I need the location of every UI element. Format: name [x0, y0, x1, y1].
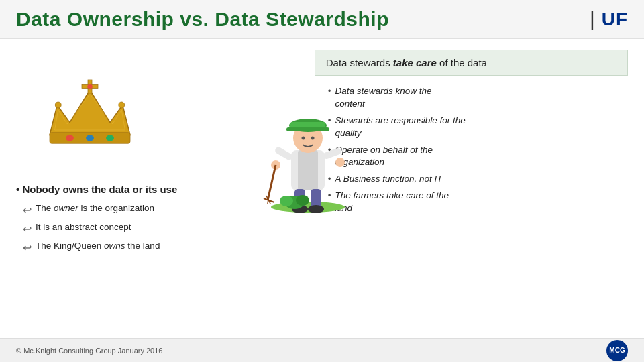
right-bullet-4: • A Business function, not IT: [328, 173, 628, 186]
right-bullet-5: • The farmers take care of theland: [328, 190, 628, 215]
svg-rect-18: [274, 146, 293, 162]
sub-bullet-2-text: It is an abstract concept: [36, 222, 131, 232]
svg-point-32: [296, 195, 309, 206]
svg-point-3: [106, 135, 114, 141]
sub-bullet-3: ↩ The King/Queen owns the land: [16, 241, 177, 254]
svg-point-17: [311, 137, 314, 140]
mcg-circle: MCG: [606, 340, 628, 361]
left-bullet-section: • Nobody owns the data or its use ↩ The …: [16, 184, 177, 259]
mcg-logo: MCG: [606, 340, 628, 361]
left-panel: • Nobody owns the data or its use ↩ The …: [16, 50, 301, 319]
footer-copyright: © Mc.Knight Consulting Group January 201…: [16, 347, 162, 355]
svg-rect-11: [298, 150, 318, 190]
gardener-container: [261, 90, 368, 224]
svg-point-8: [119, 102, 125, 108]
svg-point-21: [335, 158, 345, 167]
svg-point-2: [86, 135, 94, 141]
right-header-box: Data stewards take care of the data: [315, 50, 628, 76]
spiral-icon-3: ↩: [23, 241, 32, 254]
svg-point-7: [55, 102, 61, 108]
header-divider: |: [590, 8, 595, 31]
header-right: | UF: [590, 8, 628, 31]
sub-bullet-2: ↩ It is an abstract concept: [16, 222, 177, 235]
spiral-icon-1: ↩: [23, 204, 32, 217]
main-bullet: • Nobody owns the data or its use: [16, 184, 177, 195]
uf-logo: UF: [602, 9, 628, 30]
right-header-prefix: Data stewards: [326, 57, 393, 68]
sub-bullet-1-text: The owner is the organization: [36, 203, 154, 213]
svg-rect-15: [286, 127, 329, 131]
footer: © Mc.Knight Consulting Group January 201…: [0, 338, 644, 362]
right-bullet-2: • Stewards are responsible for thequalit…: [328, 115, 628, 140]
svg-point-16: [301, 137, 305, 140]
sub-bullet-1: ↩ The owner is the organization: [16, 203, 177, 217]
sub-bullet-3-text: The King/Queen owns the land: [36, 241, 160, 251]
svg-point-31: [280, 196, 293, 206]
right-header-suffix: of the data: [437, 57, 487, 68]
svg-point-1: [66, 135, 74, 141]
mcg-logo-text: MCG: [609, 347, 625, 354]
right-header-italic: take care: [393, 57, 437, 68]
header: Data Ownership vs. Data Stewardship | UF: [0, 0, 644, 39]
right-bullet-1: • Data stewards know thecontent: [328, 85, 628, 111]
gardener-image: [261, 90, 355, 217]
page-title: Data Ownership vs. Data Stewardship: [16, 8, 389, 31]
main-bullet-text: Nobody owns the data or its use: [22, 184, 177, 195]
svg-point-25: [308, 205, 324, 213]
right-panel: Data stewards take care of the data: [315, 50, 628, 319]
crown-image: [40, 63, 140, 157]
main-content: • Nobody owns the data or its use ↩ The …: [0, 39, 644, 330]
spiral-icon-2: ↩: [23, 223, 32, 235]
page: Data Ownership vs. Data Stewardship | UF: [0, 0, 644, 362]
right-bullets: • Data stewards know thecontent • Stewar…: [328, 85, 628, 217]
svg-point-6: [87, 84, 93, 90]
right-bullet-3: • Operate on behalf of theorganization: [328, 144, 628, 170]
crown-container: [16, 56, 164, 164]
